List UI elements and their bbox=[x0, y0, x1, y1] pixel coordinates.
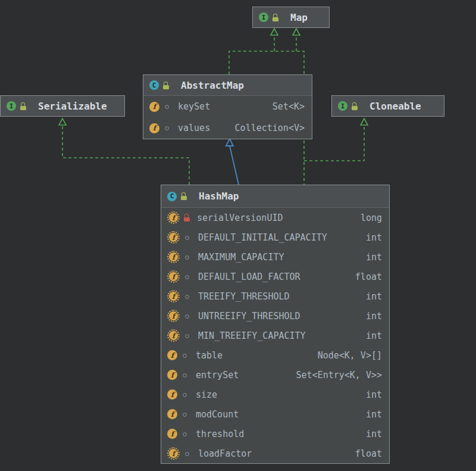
field-icon bbox=[149, 123, 159, 133]
visibility-icon bbox=[181, 392, 189, 398]
field-row[interactable]: serialVersionUID long bbox=[161, 208, 389, 227]
visibility-icon bbox=[163, 125, 171, 131]
field-name: DEFAULT_INITIAL_CAPACITY bbox=[198, 232, 327, 243]
interface-icon bbox=[338, 101, 347, 111]
node-header-hashmap[interactable]: HashMap bbox=[161, 185, 389, 208]
visibility-icon bbox=[181, 372, 189, 378]
uml-diagram-canvas[interactable]: Map Serializable Cloneable AbstractMap bbox=[0, 0, 476, 471]
field-icon bbox=[167, 389, 177, 400]
field-icon bbox=[167, 211, 180, 224]
lock-icon bbox=[272, 14, 278, 21]
field-name: threshold bbox=[196, 429, 244, 439]
visibility-icon bbox=[183, 294, 191, 300]
field-row[interactable]: table Node<K, V>[] bbox=[161, 345, 389, 365]
lock-icon bbox=[351, 102, 358, 110]
interface-icon bbox=[259, 13, 268, 22]
field-icon bbox=[167, 409, 177, 419]
field-name: DEFAULT_LOAD_FACTOR bbox=[198, 272, 300, 282]
field-row[interactable]: values Collection<V> bbox=[143, 117, 312, 139]
field-row[interactable]: TREEIFY_THRESHOLD int bbox=[161, 286, 389, 306]
lock-icon bbox=[180, 192, 187, 200]
field-type: int bbox=[366, 232, 382, 243]
field-type: int bbox=[366, 389, 382, 400]
field-name: TREEIFY_THRESHOLD bbox=[198, 291, 290, 302]
field-list: keySet Set<K> values Collection<V> bbox=[143, 96, 312, 139]
field-name: table bbox=[196, 350, 223, 361]
field-row[interactable]: keySet Set<K> bbox=[143, 96, 312, 117]
field-row[interactable]: entrySet Set<Entry<K, V>> bbox=[161, 365, 389, 385]
class-node-cloneable[interactable]: Cloneable bbox=[331, 95, 444, 117]
field-name: entrySet bbox=[196, 370, 239, 380]
class-icon bbox=[149, 80, 159, 90]
field-row[interactable]: DEFAULT_LOAD_FACTOR float bbox=[161, 267, 389, 286]
field-name: modCount bbox=[196, 409, 239, 420]
field-type: Set<Entry<K, V>> bbox=[296, 370, 383, 380]
class-title-serializable: Serializable bbox=[38, 101, 107, 112]
field-row[interactable]: size int bbox=[161, 385, 389, 404]
field-name: size bbox=[196, 389, 217, 400]
field-name: MAXIMUM_CAPACITY bbox=[198, 252, 284, 263]
arrowhead-to-abstractmap bbox=[226, 139, 233, 146]
edge-hashmap-extends-abstractmap bbox=[230, 146, 239, 185]
lock-icon bbox=[20, 102, 26, 110]
visibility-icon bbox=[181, 353, 189, 358]
class-node-abstractmap[interactable]: AbstractMap keySet Set<K> values Collect… bbox=[143, 74, 312, 139]
field-row[interactable]: modCount int bbox=[161, 404, 389, 424]
field-icon bbox=[167, 429, 177, 439]
class-title-abstractmap: AbstractMap bbox=[181, 80, 244, 91]
field-row[interactable]: DEFAULT_INITIAL_CAPACITY int bbox=[161, 227, 389, 247]
visibility-icon bbox=[183, 333, 191, 339]
node-header-serializable[interactable]: Serializable bbox=[1, 96, 124, 116]
field-type: Collection<V> bbox=[235, 123, 305, 133]
visibility-icon bbox=[183, 451, 191, 457]
field-type: int bbox=[366, 252, 382, 263]
field-name: loadFactor bbox=[198, 448, 252, 459]
field-type: Node<K, V>[] bbox=[318, 350, 382, 361]
field-row[interactable]: MIN_TREEIFY_CAPACITY int bbox=[161, 326, 389, 345]
field-icon bbox=[167, 290, 180, 302]
field-type: float bbox=[355, 272, 382, 282]
field-row[interactable]: loadFactor float bbox=[161, 444, 389, 463]
visibility-icon bbox=[183, 313, 191, 319]
node-header-abstractmap[interactable]: AbstractMap bbox=[143, 75, 312, 96]
class-node-hashmap[interactable]: HashMap serialVersionUID long DEFAULT_IN… bbox=[161, 185, 390, 464]
field-type: int bbox=[366, 291, 382, 302]
visibility-icon bbox=[183, 274, 191, 280]
field-name: MIN_TREEIFY_CAPACITY bbox=[198, 330, 306, 341]
field-icon bbox=[167, 329, 180, 342]
arrowhead-to-map-right bbox=[293, 29, 300, 35]
field-name: serialVersionUID bbox=[197, 213, 283, 223]
field-type: float bbox=[355, 448, 382, 459]
field-name: values bbox=[178, 123, 210, 133]
field-type: Set<K> bbox=[273, 101, 305, 112]
field-icon bbox=[167, 310, 180, 322]
lock-icon bbox=[162, 82, 169, 89]
class-node-serializable[interactable]: Serializable bbox=[0, 95, 125, 117]
arrowhead-to-serializable bbox=[59, 118, 66, 125]
field-row[interactable]: UNTREEIFY_THRESHOLD int bbox=[161, 306, 389, 326]
interface-icon bbox=[7, 101, 16, 111]
field-row[interactable]: threshold int bbox=[161, 424, 389, 444]
class-title-hashmap: HashMap bbox=[199, 191, 239, 202]
field-icon bbox=[167, 231, 180, 244]
arrowhead-to-map-left bbox=[271, 29, 278, 35]
field-row[interactable]: MAXIMUM_CAPACITY int bbox=[161, 247, 389, 267]
visibility-icon bbox=[183, 214, 190, 222]
node-header-cloneable[interactable]: Cloneable bbox=[332, 96, 444, 116]
visibility-icon bbox=[163, 104, 171, 110]
class-node-map[interactable]: Map bbox=[252, 7, 330, 28]
node-header-map[interactable]: Map bbox=[253, 7, 329, 27]
field-type: long bbox=[361, 213, 382, 223]
class-title-cloneable: Cloneable bbox=[369, 101, 421, 112]
visibility-icon bbox=[183, 235, 191, 241]
field-type: int bbox=[366, 409, 382, 420]
field-type: int bbox=[366, 330, 382, 341]
class-icon bbox=[167, 192, 177, 201]
visibility-icon bbox=[181, 431, 189, 437]
field-icon bbox=[167, 350, 177, 360]
field-icon bbox=[167, 270, 180, 283]
visibility-icon bbox=[181, 411, 189, 417]
field-icon bbox=[167, 251, 180, 263]
field-list: serialVersionUID long DEFAULT_INITIAL_CA… bbox=[161, 208, 389, 463]
field-type: int bbox=[366, 429, 382, 439]
